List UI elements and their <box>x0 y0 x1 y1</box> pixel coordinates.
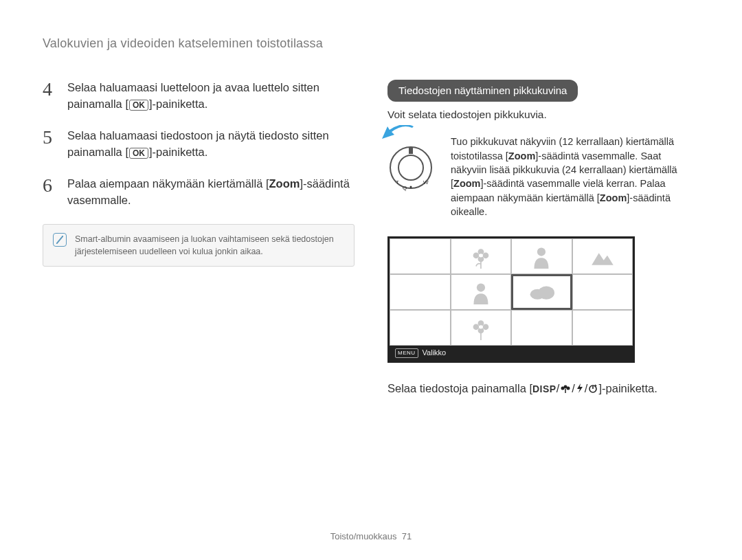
svg-point-22 <box>561 386 565 390</box>
svg-text:Q: Q <box>403 185 407 191</box>
thumbnail-cell <box>451 238 512 274</box>
text: Selaa tiedostoja painamalla [ <box>387 382 532 394</box>
step-6: 6 Palaa aiempaan näkymään kiertämällä [Z… <box>43 176 355 209</box>
dial-illustration: T W Q <box>387 135 437 195</box>
screen-menu-bar: MENU Valikko <box>390 346 633 361</box>
thumbnail-cell <box>390 310 451 346</box>
thumbnail-grid <box>390 238 633 346</box>
step-text: Palaa aiempaan näkymään kiertämällä [Zoo… <box>67 176 355 209</box>
slash: / <box>556 382 560 394</box>
timer-icon <box>588 381 598 398</box>
thumbnail-cell <box>390 274 451 310</box>
menu-chip: MENU <box>395 348 418 358</box>
thumbnail-cell-selected <box>511 274 572 310</box>
svg-point-6 <box>410 186 412 188</box>
zoom-label: Zoom <box>600 192 627 203</box>
svg-point-13 <box>477 283 485 291</box>
flash-icon <box>576 381 584 398</box>
thumbnail-cell <box>451 310 512 346</box>
page-header: Valokuvien ja videoiden katseleminen toi… <box>43 34 699 52</box>
svg-point-20 <box>479 325 482 328</box>
thumbnail-cell <box>572 274 633 310</box>
svg-point-12 <box>537 247 546 256</box>
thumbnail-cell <box>451 274 512 310</box>
svg-point-23 <box>567 386 570 390</box>
zoom-label: Zoom <box>269 177 300 190</box>
step-number: 4 <box>43 80 58 113</box>
svg-point-17 <box>473 324 479 330</box>
step-number: 5 <box>43 128 58 161</box>
note-icon <box>53 233 67 247</box>
step-5: 5 Selaa haluamaasi tiedostoon ja näytä t… <box>43 128 355 161</box>
ok-icon: OK <box>129 100 148 111</box>
step-number: 6 <box>43 176 58 209</box>
right-column: Tiedostojen näyttäminen pikkukuvina Voit… <box>387 80 699 398</box>
zoom-dial-icon: T W Q <box>387 144 434 191</box>
thumbnail-cell <box>511 310 572 346</box>
step-4: 4 Selaa haluamaasi luetteloon ja avaa lu… <box>43 80 355 113</box>
left-column: 4 Selaa haluamaasi luetteloon ja avaa lu… <box>43 80 355 398</box>
svg-text:W: W <box>423 179 429 186</box>
disp-icon: DISP <box>532 383 556 394</box>
text: ]-painiketta. <box>149 146 207 158</box>
zoom-label: Zoom <box>508 150 535 161</box>
svg-point-18 <box>482 324 488 330</box>
slash: / <box>585 382 588 394</box>
svg-point-15 <box>538 287 554 300</box>
svg-point-9 <box>482 252 488 258</box>
note-box: Smart-albumin avaamiseen ja luokan vaiht… <box>43 224 355 267</box>
text: ]-painiketta. <box>149 98 207 110</box>
note-text: Smart-albumin avaamiseen ja luokan vaiht… <box>75 233 344 258</box>
footer-section: Toisto/muokkaus <box>330 531 397 541</box>
text: Palaa aiempaan näkymään kiertämällä [ <box>67 177 269 190</box>
svg-rect-2 <box>409 147 413 154</box>
thumbnail-cell <box>572 238 633 274</box>
section-badge: Tiedostojen näyttäminen pikkukuvina <box>387 80 578 102</box>
menu-text: Valikko <box>423 348 447 359</box>
zoom-label: Zoom <box>453 178 480 189</box>
slash: / <box>572 382 575 394</box>
scroll-instruction: Selaa tiedostoja painamalla [DISP///]-pa… <box>387 381 699 398</box>
dial-description: Tuo pikkukuvat näkyviin (12 kerrallaan) … <box>451 135 699 219</box>
step-text: Selaa haluamaasi tiedostoon ja näytä tie… <box>67 128 355 161</box>
thumbnail-screen: MENU Valikko <box>387 236 635 363</box>
thumbnail-cell <box>572 310 633 346</box>
svg-point-8 <box>473 252 479 258</box>
text: ]-painiketta. <box>598 382 657 394</box>
svg-point-1 <box>398 155 423 180</box>
arrow-icon <box>382 125 414 146</box>
macro-icon <box>560 381 571 398</box>
step-text: Selaa haluamaasi luetteloon ja avaa luet… <box>67 80 355 113</box>
section-intro: Voit selata tiedostojen pikkukuvia. <box>387 107 699 122</box>
footer-page-number: 71 <box>402 531 412 541</box>
ok-icon: OK <box>129 148 148 159</box>
dial-row: T W Q Tuo pikkukuvat näkyviin (12 kerral… <box>387 135 699 219</box>
thumbnail-cell <box>390 238 451 274</box>
thumbnail-cell <box>511 238 572 274</box>
svg-text:T: T <box>396 179 399 186</box>
page-footer: Toisto/muokkaus 71 <box>0 530 742 544</box>
svg-point-11 <box>479 254 482 257</box>
